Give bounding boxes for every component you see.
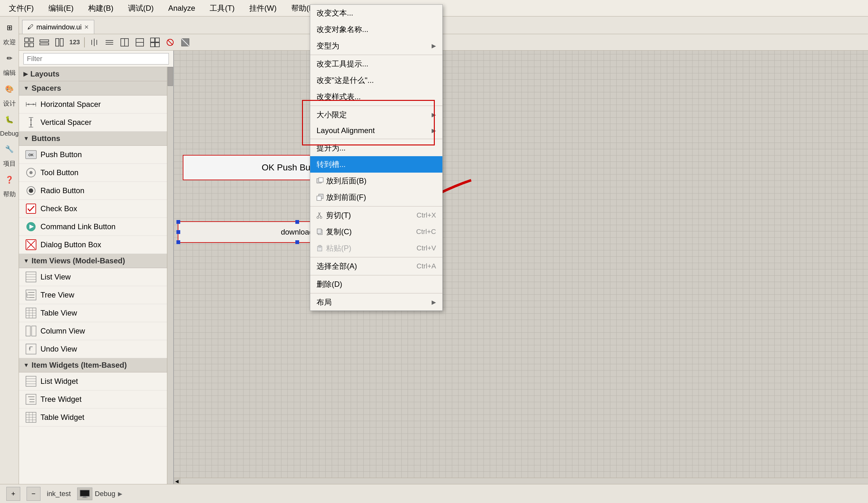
sidebar-item-design[interactable]: 🎨 设计 [1,81,18,108]
ctx-layout[interactable]: 布局 ▶ [310,294,442,311]
ctx-size-constraint-label: 大小限定 [317,110,347,120]
toolbar-btn-5[interactable] [87,36,101,49]
ctx-cut-label: 剪切(T) [326,210,351,220]
ctx-goto-slot[interactable]: 转到槽... [310,156,442,172]
ctx-delete-label: 删除(D) [317,279,342,289]
ctx-promote-label: 提升为... [317,143,345,153]
edit-label: 编辑 [3,69,16,77]
design-icon[interactable]: 🎨 [1,81,18,97]
table-view-label: Table View [41,308,77,317]
ctx-change-name[interactable]: 改变对象名称... [310,21,442,38]
sidebar-item-debug[interactable]: 🐛 Debug [0,112,19,137]
edit-icon[interactable]: ✏ [1,50,18,67]
item-views-arrow: ▼ [23,258,29,264]
svg-rect-21 [155,43,159,47]
category-buttons[interactable]: ▼ Buttons [19,132,173,146]
category-layouts[interactable]: ▶ Layouts [19,67,173,81]
toolbar-btn-7[interactable] [118,36,132,49]
add-button[interactable]: + [6,487,20,501]
sidebar-item-help[interactable]: ❓ 帮助 [1,172,18,199]
handle-tl [176,220,180,224]
column-view-icon [25,325,37,337]
ctx-layout-alignment-arrow: ▶ [432,127,436,134]
ctx-layout-alignment[interactable]: Layout Alignment ▶ [310,123,442,138]
ctx-copy-label: 复制(C) [326,227,352,237]
toolbar-btn-9[interactable] [148,36,162,49]
svg-rect-0 [25,38,29,42]
ctx-sep-1 [310,55,442,55]
category-item-widgets[interactable]: ▼ Item Widgets (Item-Based) [19,358,173,373]
sidebar-item-welcome[interactable]: ⊞ 欢迎 [1,20,18,46]
ctx-delete[interactable]: 删除(D) [310,276,442,292]
welcome-icon[interactable]: ⊞ [1,20,18,36]
toolbar-btn-3[interactable] [52,36,66,49]
toolbar-btn-10[interactable] [163,36,177,49]
toolbar-btn-8[interactable] [133,36,147,49]
menu-tools[interactable]: 工具(T) [207,2,237,14]
ctx-copy[interactable]: 复制(C) Ctrl+C [310,223,442,240]
ctx-select-all[interactable]: 选择全部(A) Ctrl+A [310,258,442,274]
ctx-bring-to-front[interactable]: 放到前面(F) [310,189,442,206]
ctx-goto-slot-label: 转到槽... [317,159,345,169]
item-vertical-spacer: Vertical Spacer [19,114,173,132]
project-icon[interactable]: 🔧 [1,141,18,157]
scrollbar-thumb[interactable] [168,67,173,86]
menu-file[interactable]: 文件(F) [6,2,37,14]
item-undo-view: Undo View [19,340,173,358]
hscroll-left-btn[interactable]: ◀ [174,478,180,484]
ctx-paste[interactable]: 粘贴(P) Ctrl+V [310,240,442,256]
canvas-hscrollbar[interactable]: ◀ [174,478,868,484]
ctx-change-tooltip[interactable]: 改变工具提示... [310,56,442,72]
ctx-cut[interactable]: 剪切(T) Ctrl+X [310,207,442,223]
svg-rect-89 [317,229,321,234]
ctx-send-to-back[interactable]: 放到后面(B) [310,172,442,189]
debug-icon[interactable]: 🐛 [1,112,18,128]
toolbar-btn-2[interactable] [37,36,51,49]
build-arrow[interactable]: ▶ [118,490,122,497]
svg-rect-1 [30,38,33,42]
item-tree-view: Tree View [19,286,173,304]
svg-rect-20 [151,43,155,47]
handle-tm [295,220,299,224]
toolbar-btn-6[interactable] [102,36,116,49]
ctx-change-stylesheet[interactable]: 改变样式表... [310,88,442,105]
ctx-morph[interactable]: 变型为 ▶ [310,38,442,54]
ctx-morph-arrow: ▶ [432,42,436,49]
menu-debug[interactable]: 调试(D) [125,2,156,14]
svg-rect-42 [26,204,36,213]
toolbar-btn-1[interactable] [22,36,36,49]
ctx-change-whatsthis[interactable]: 改变"这是什么"... [310,72,442,88]
toolbar-btn-11[interactable] [178,36,192,49]
tab-close-button[interactable]: ✕ [84,24,89,31]
item-table-widget: Table Widget [19,408,173,427]
ctx-promote[interactable]: 提升为... [310,140,442,156]
help-icon[interactable]: ❓ [1,172,18,188]
tool-button-icon [25,167,37,178]
menu-analyze[interactable]: Analyze [166,2,198,14]
tab-mainwindow[interactable]: 🖊 mainwindow.ui ✕ [22,20,94,34]
category-spacers[interactable]: ▼ Spacers [19,81,173,95]
ctx-change-tooltip-label: 改变工具提示... [317,59,369,69]
copy-icon [317,228,323,235]
filter-bar [19,51,173,67]
dialog-button-box-icon [25,239,37,250]
widget-tree: ▶ Layouts ▼ Spacers Horizontal Spacer Ve… [19,67,173,484]
ctx-size-constraint[interactable]: 大小限定 ▶ [310,106,442,123]
remove-button[interactable]: − [27,487,41,501]
category-item-views[interactable]: ▼ Item Views (Model-Based) [19,254,173,268]
widget-panel-scrollbar[interactable] [167,67,173,484]
sidebar-item-project[interactable]: 🔧 项目 [1,141,18,168]
ctx-change-text[interactable]: 改变文本... [310,5,442,21]
status-bar: + − ink_test Debug ▶ [0,484,868,503]
list-view-icon [25,271,37,283]
item-push-button: OK Push Button [19,146,173,164]
sidebar-item-edit[interactable]: ✏ 编辑 [1,50,18,77]
toolbar-sep-1 [84,37,85,48]
menu-edit[interactable]: 编辑(E) [46,2,76,14]
toolbar-btn-4[interactable]: 123 [68,36,82,49]
filter-input[interactable] [23,53,169,64]
menu-build[interactable]: 构建(B) [86,2,116,14]
item-table-view: Table View [19,304,173,322]
item-horizontal-spacer: Horizontal Spacer [19,95,173,114]
menu-plugin[interactable]: 挂件(W) [247,2,279,14]
